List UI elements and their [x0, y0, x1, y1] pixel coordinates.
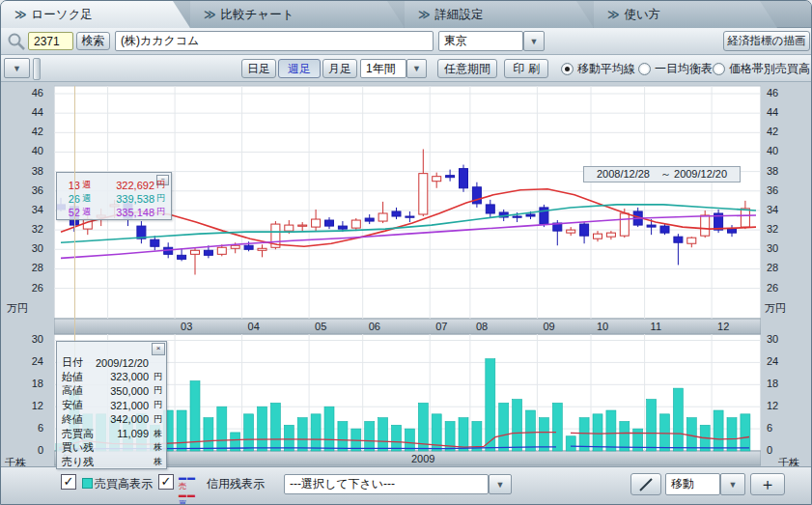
volume-color-swatch: [82, 478, 93, 489]
volume-bar: [513, 400, 522, 451]
tool-mode-select-arrow[interactable]: ▼: [720, 473, 745, 495]
price-tick-label: 32: [1, 223, 43, 235]
candle-up: [312, 219, 321, 227]
period-daily-button[interactable]: 日足: [241, 59, 276, 78]
volume-bar: [714, 410, 723, 451]
volume-bar: [258, 407, 267, 451]
tooltip-row: 日付2009/12/20: [58, 355, 165, 370]
volume-bar: [405, 429, 414, 451]
price-tick-label: 36: [1, 184, 43, 196]
price-tick-label: 30: [761, 242, 811, 254]
candle-down: [392, 211, 401, 216]
range-select-arrow[interactable]: ▼: [406, 59, 427, 78]
volume-tick-label: 24: [761, 355, 811, 367]
candle-up: [378, 213, 387, 221]
credit-display-checkbox[interactable]: ✓: [158, 474, 174, 490]
range-select-value[interactable]: 1年間: [360, 59, 406, 78]
volume-bar: [378, 418, 388, 451]
tab-candlestick[interactable]: ≫ ローソク足: [1, 1, 190, 28]
candle-down: [486, 205, 494, 213]
volume-bar: [647, 400, 657, 451]
candle-down: [244, 245, 253, 249]
price-tick-label: 28: [761, 262, 811, 273]
volume-display-label: 売買高表示: [95, 476, 153, 492]
candle-down: [446, 176, 455, 178]
draw-line-tool-button[interactable]: [630, 473, 661, 495]
close-icon[interactable]: ×: [152, 343, 165, 355]
period-weekly-button[interactable]: 週足: [278, 59, 321, 78]
candle-up: [594, 234, 602, 238]
month-label: 07: [435, 321, 447, 332]
radio-moving-average[interactable]: 移動平均線: [561, 61, 635, 77]
price-tick-label: 38: [761, 165, 811, 177]
candle-down: [580, 224, 589, 236]
price-tick-label: 40: [761, 145, 811, 156]
price-tick-label: 44: [761, 106, 811, 118]
add-chart-button[interactable]: ＋: [750, 473, 785, 495]
legend-row: 13週322,692円: [63, 179, 165, 191]
month-label: 11: [651, 321, 661, 332]
volume-tick-label: 30: [761, 333, 811, 345]
candle-down: [674, 237, 683, 242]
volume-tick-label: 12: [1, 400, 43, 411]
price-tick-label: 42: [761, 126, 811, 137]
tab-label: 詳細設定: [435, 7, 484, 23]
candle-down: [513, 216, 521, 217]
month-label: 04: [248, 321, 260, 332]
candle-down: [178, 255, 186, 259]
tab-label: ローソク足: [32, 7, 93, 23]
tab-chevron-icon: ≫: [204, 8, 214, 21]
tool-mode-select-value[interactable]: 移動: [665, 473, 720, 495]
tab-comparison-chart[interactable]: ≫ 比較チャート: [190, 1, 405, 28]
market-select-value[interactable]: 東京: [438, 31, 523, 51]
credit-display-label: 信用残表示: [207, 476, 265, 492]
candle-down: [647, 225, 656, 227]
stock-name-field[interactable]: (株)カカクコム: [115, 31, 434, 51]
price-unit-label: 万円: [7, 301, 28, 316]
candle-down: [526, 214, 535, 216]
indicator-select-value[interactable]: ---選択して下さい---: [284, 474, 489, 494]
indicator-select-arrow[interactable]: ▼: [489, 474, 512, 494]
volume-display-checkbox[interactable]: ✓: [61, 474, 76, 490]
tab-bar: ≫ ローソク足 ≫ 比較チャート ≫ 詳細設定 ≫ 使い方: [1, 1, 812, 28]
tab-how-to-use[interactable]: ≫ 使い方: [594, 1, 777, 28]
diagonal-line-icon: [638, 477, 654, 492]
volume-tick-label: 6: [1, 422, 43, 434]
tab-detail-settings[interactable]: ≫ 詳細設定: [405, 1, 594, 28]
custom-range-button[interactable]: 任意期間: [437, 59, 497, 78]
price-tick-label: 36: [761, 184, 811, 196]
volume-bar: [324, 407, 334, 451]
candle-up: [298, 225, 307, 226]
volume-bar: [190, 380, 200, 451]
panel-collapse-arrow[interactable]: ▼: [4, 58, 30, 78]
chevron-down-icon: ▼: [13, 64, 21, 73]
tooltip-row: 終値342,000円: [58, 412, 165, 427]
volume-bar: [459, 418, 468, 451]
legend-row: 52週335,148円: [63, 206, 165, 218]
price-tick-label: 46: [1, 87, 43, 98]
tab-label: 使い方: [625, 7, 661, 23]
volume-bar: [539, 418, 548, 451]
price-tick-label: 44: [1, 106, 43, 118]
candle-up: [620, 213, 629, 236]
radio-icon: [713, 63, 725, 75]
right-axis: 4644424038363432302826万円3024181260千株: [761, 82, 812, 466]
price-tick-label: 30: [1, 242, 43, 254]
radio-label: 価格帯別売買高: [729, 62, 810, 75]
legend-row: 26週339,538円: [63, 192, 165, 205]
month-label: 08: [476, 321, 488, 332]
stock-code-input[interactable]: 2371: [28, 32, 73, 50]
volume-bar: [620, 421, 630, 451]
radio-volume-by-price[interactable]: 価格帯別売買高: [713, 61, 810, 77]
economic-indicator-button[interactable]: 経済指標の描画: [723, 31, 810, 51]
period-monthly-button[interactable]: 月足: [322, 59, 357, 78]
price-tick-label: 42: [1, 126, 43, 137]
radio-ichimoku[interactable]: 一目均衡表: [638, 61, 713, 77]
price-tick-label: 46: [761, 87, 811, 98]
search-button[interactable]: 検索: [76, 32, 110, 50]
market-select-arrow[interactable]: ▼: [523, 31, 545, 51]
print-button[interactable]: 印 刷: [504, 59, 548, 78]
year-value-label: 2009: [411, 453, 434, 464]
price-tick-label: 34: [1, 204, 43, 215]
candle-up: [258, 248, 266, 250]
